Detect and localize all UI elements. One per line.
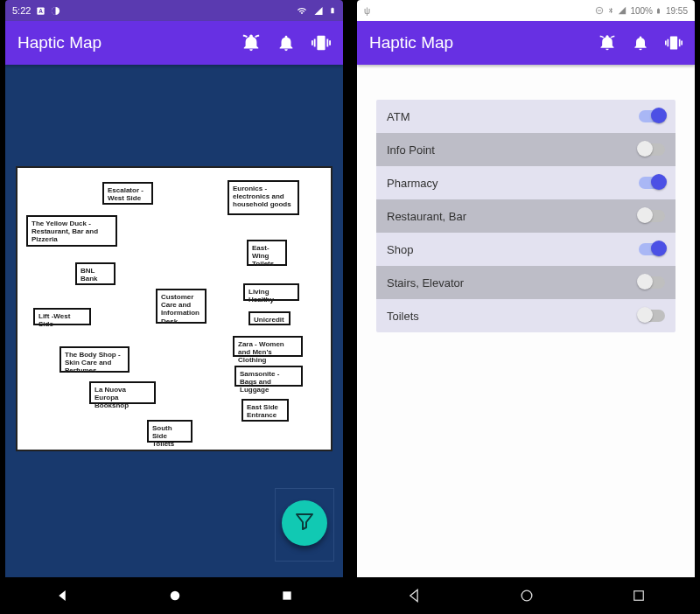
phone-left-frame: 5:22 A Haptic Map — [5, 0, 343, 614]
signal-icon — [618, 6, 626, 15]
filter-list: ATMInfo PointPharmacyRestaurant, BarShop… — [376, 100, 676, 332]
room-zara[interactable]: Zara - Women and Men's Clothing — [233, 336, 303, 357]
vibrate-icon[interactable] — [312, 33, 331, 52]
filter-label: Stairs, Elevator — [387, 276, 639, 290]
filter-label: Restaurant, Bar — [387, 210, 639, 223]
filter-fab[interactable] — [282, 500, 327, 546]
filter-switch[interactable] — [639, 143, 665, 156]
funnel-icon — [294, 511, 315, 535]
bell-icon[interactable] — [276, 33, 296, 52]
room-customer-care[interactable]: Customer Care and Information Desk — [156, 289, 206, 324]
bell-ring-icon[interactable] — [242, 33, 261, 52]
nav-recent-button[interactable] — [631, 588, 647, 604]
filter-screen: ATMInfo PointPharmacyRestaurant, BarShop… — [357, 65, 695, 577]
filter-row-shop[interactable]: Shop — [376, 233, 676, 266]
status-app-icon-2 — [51, 6, 60, 16]
room-east-toilets[interactable]: East-Wing Toilets — [247, 240, 287, 266]
room-unicredit[interactable]: Unicredit — [248, 311, 290, 325]
svg-point-7 — [522, 590, 532, 601]
filter-row-pharmacy[interactable]: Pharmacy — [376, 166, 676, 199]
filter-switch[interactable] — [639, 177, 665, 189]
app-title: Haptic Map — [369, 33, 598, 52]
svg-rect-6 — [598, 10, 601, 11]
svg-rect-8 — [634, 591, 644, 601]
status-time: 19:55 — [666, 6, 688, 16]
filter-row-stairs-elevator[interactable]: Stairs, Elevator — [376, 266, 676, 299]
app-bar-right: Haptic Map — [357, 21, 695, 65]
filter-row-info-point[interactable]: Info Point — [376, 133, 676, 166]
filter-switch[interactable] — [639, 210, 665, 222]
app-title: Haptic Map — [18, 33, 242, 52]
phone-right-frame: ψ 100% 19:55 Haptic Map — [357, 0, 695, 614]
map-screen: Escalator - West SideEuronics - electron… — [5, 65, 343, 577]
vibrate-icon[interactable] — [665, 34, 682, 52]
wifi-icon — [296, 6, 308, 16]
battery-icon — [329, 5, 336, 16]
filter-switch[interactable] — [639, 310, 665, 322]
floor-map[interactable]: Escalator - West SideEuronics - electron… — [16, 166, 332, 451]
filter-label: Shop — [387, 243, 639, 256]
filter-row-restaurant-bar[interactable]: Restaurant, Bar — [376, 199, 676, 233]
nav-home-button[interactable] — [167, 588, 183, 604]
filter-label: Pharmacy — [387, 177, 639, 190]
filter-switch[interactable] — [639, 110, 665, 122]
svg-rect-4 — [284, 591, 291, 599]
room-living-healthy[interactable]: Living Healthy — [243, 283, 299, 301]
filter-label: ATM — [387, 110, 639, 123]
nav-back-button[interactable] — [54, 588, 70, 604]
status-time: 5:22 — [12, 5, 31, 16]
bt-icon — [607, 6, 614, 15]
nav-bar-left — [5, 577, 343, 614]
filter-switch[interactable] — [639, 276, 665, 289]
filter-switch[interactable] — [639, 243, 665, 255]
filter-label: Info Point — [387, 143, 639, 157]
battery-percent: 100% — [630, 6, 653, 16]
svg-text:A: A — [39, 7, 44, 13]
room-euronics[interactable]: Euronics - electronics and household goo… — [228, 180, 299, 215]
room-escalator-west[interactable]: Escalator - West Side — [102, 182, 153, 205]
room-east-entrance[interactable]: East Side Entrance — [242, 399, 289, 422]
nav-home-button[interactable] — [518, 587, 536, 604]
room-lift-west[interactable]: Lift -West Side — [33, 308, 91, 325]
app-bar-left: Haptic Map — [5, 21, 343, 65]
nav-bar-right — [357, 577, 695, 614]
room-nuova-europa[interactable]: La Nuova Europa Bookshop — [89, 381, 156, 404]
filter-row-atm[interactable]: ATM — [376, 100, 676, 133]
room-bnl[interactable]: BNL Bank — [75, 262, 116, 285]
filter-row-toilets[interactable]: Toilets — [376, 299, 676, 332]
signal-icon — [313, 6, 324, 16]
room-body-shop[interactable]: The Body Shop - Skin Care and Perfumes — [60, 346, 130, 373]
status-app-icon-1: A — [36, 6, 46, 16]
battery-icon — [655, 6, 662, 16]
bell-icon[interactable] — [632, 34, 649, 52]
bell-ring-icon[interactable] — [598, 34, 616, 52]
nav-recent-button[interactable] — [280, 589, 294, 603]
dnd-icon — [595, 6, 604, 15]
room-samsonite[interactable]: Samsonite - Bags and Luggage — [234, 366, 303, 387]
nav-back-button[interactable] — [405, 587, 423, 604]
status-bar-left: 5:22 A — [5, 0, 343, 21]
room-south-toilets[interactable]: South Side Toilets — [147, 420, 192, 443]
svg-point-3 — [171, 591, 180, 601]
status-bar-right: ψ 100% 19:55 — [357, 0, 695, 21]
room-yellow-duck[interactable]: The Yellow Duck - Restaurant, Bar and Pi… — [26, 215, 117, 247]
usb-icon: ψ — [364, 6, 370, 16]
filter-label: Toilets — [387, 310, 639, 323]
